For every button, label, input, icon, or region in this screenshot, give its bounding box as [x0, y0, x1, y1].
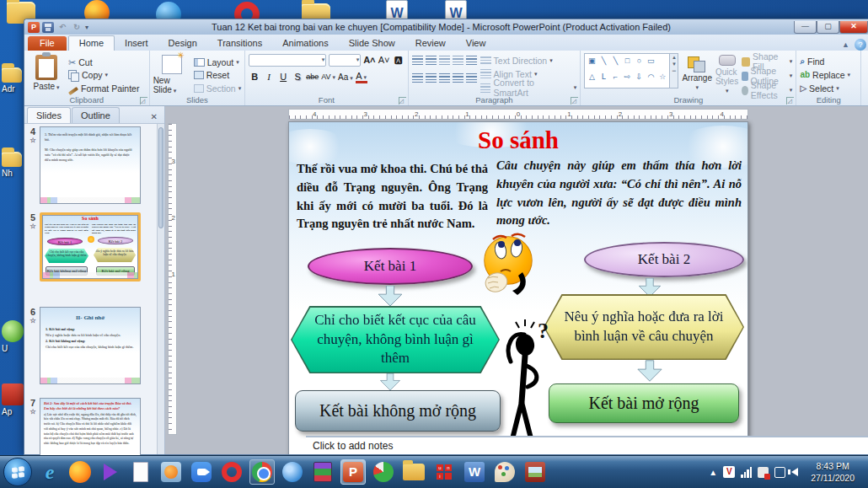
decrease-indent-icon[interactable]	[439, 56, 450, 65]
tab-outline[interactable]: Outline	[72, 107, 120, 123]
powerpoint-logo-icon[interactable]: P	[28, 22, 40, 33]
new-slide-button[interactable]: New Slide	[153, 53, 190, 94]
taskbar-zoom-icon[interactable]	[189, 459, 214, 485]
taskbar-opera-icon[interactable]	[219, 459, 244, 485]
taskbar-media-player-icon[interactable]	[158, 459, 184, 485]
slide-thumbnail-7[interactable]: 7☆ Bài 2: Sau đây là một số cách kết bài…	[26, 398, 141, 456]
close-button[interactable]: ✕	[839, 21, 868, 34]
align-center-icon[interactable]	[426, 73, 437, 83]
taskbar-coccoc-green-icon[interactable]	[371, 459, 396, 485]
character-spacing-button[interactable]: AV	[321, 71, 335, 83]
replace-button[interactable]: abReplace	[800, 68, 850, 81]
tab-slide-show[interactable]: Slide Show	[339, 36, 405, 51]
change-case-button[interactable]: Aa	[338, 71, 353, 83]
shrink-font-icon[interactable]: A˅	[378, 54, 390, 67]
shape-box-ketbai-khong-mo-rong[interactable]: Kết bài không mở rộng	[295, 390, 501, 432]
text-direction-button[interactable]: Text Direction	[480, 55, 577, 67]
tab-home[interactable]: Home	[68, 35, 115, 51]
taskbar-coccoc-icon[interactable]	[280, 459, 305, 485]
tab-insert[interactable]: Insert	[115, 36, 158, 51]
line-spacing-icon[interactable]	[466, 56, 477, 65]
bullets-icon[interactable]	[412, 56, 423, 65]
slide-left-paragraph[interactable]: Thế rồi vua mở khoa thi. Chú bé thả diều…	[297, 160, 488, 233]
desktop-folder-shortcut[interactable]: Nh	[2, 152, 22, 178]
slide-canvas[interactable]: So sánh Thế rồi vua mở khoa thi. Chú bé …	[288, 121, 748, 454]
tray-ultraviewer-icon[interactable]: V	[723, 466, 735, 478]
taskbar-internet-explorer-icon[interactable]: e	[37, 459, 62, 485]
tray-show-hidden-icons[interactable]: ▲	[709, 468, 717, 477]
format-painter-button[interactable]: Format Painter	[68, 83, 139, 94]
shape-oval-ketbai1[interactable]: Kết bài 1	[308, 248, 473, 285]
shape-hexagon-left[interactable]: Chỉ cho biết kết cục của câu chuyện, khô…	[291, 306, 500, 373]
taskbar-word-icon[interactable]: W	[462, 459, 487, 485]
font-color-button[interactable]: A	[356, 71, 367, 83]
slide-title[interactable]: So sánh	[289, 126, 747, 154]
select-button[interactable]: ▷Select	[800, 82, 850, 94]
tray-network-icon[interactable]	[741, 467, 752, 478]
tab-slides-thumbnails[interactable]: Slides	[27, 107, 71, 123]
save-icon[interactable]	[42, 22, 54, 33]
minimize-button[interactable]: —	[794, 21, 817, 34]
start-button[interactable]	[3, 458, 32, 486]
notes-pane[interactable]: Click to add notes	[306, 436, 868, 454]
taskbar-chrome-icon[interactable]	[249, 459, 275, 485]
align-right-icon[interactable]	[439, 73, 450, 83]
font-name-combo[interactable]	[249, 54, 326, 67]
clear-formatting-icon[interactable]: 🅰	[393, 54, 405, 67]
slide-thumbnail-5-selected[interactable]: 5☆ So sánh Thế rồi vua mở khoa thi. Chú …	[26, 212, 141, 282]
tab-transitions[interactable]: Transitions	[207, 36, 272, 51]
taskbar-notepad-icon[interactable]	[128, 459, 153, 485]
undo-icon[interactable]: ↶	[56, 22, 68, 33]
taskbar-unikey-icon[interactable]: uni	[431, 459, 457, 485]
horizontal-ruler[interactable]: 4 3 2 1 0 1 2 3 4	[288, 109, 748, 120]
tab-animations[interactable]: Animations	[272, 36, 338, 51]
taskbar-picture-manager-icon[interactable]	[522, 459, 548, 485]
align-left-icon[interactable]	[412, 73, 423, 83]
collapse-ribbon-icon[interactable]: ▲	[842, 40, 849, 49]
arrange-button[interactable]: Arrange	[682, 53, 712, 94]
bold-button[interactable]: B	[249, 71, 260, 83]
shape-oval-ketbai2[interactable]: Kết bài 2	[584, 242, 744, 277]
grow-font-icon[interactable]: A˄	[363, 54, 375, 67]
desktop-app-shortcut[interactable]: Ap	[2, 383, 24, 416]
cut-button[interactable]: ✂Cut	[68, 56, 139, 68]
panel-close-icon[interactable]: ✕	[147, 110, 161, 123]
shapes-scroll-icon[interactable]: ▲▼═	[670, 53, 678, 88]
paste-button[interactable]: Paste	[28, 53, 65, 94]
convert-smartart-button[interactable]: Convert to SmartArt	[480, 81, 577, 94]
tab-design[interactable]: Design	[158, 36, 207, 51]
quick-styles-button[interactable]: Quick Styles	[715, 53, 739, 94]
text-shadow-button[interactable]: S	[292, 71, 303, 83]
justify-icon[interactable]	[453, 73, 463, 83]
font-size-combo[interactable]	[329, 54, 361, 67]
taskbar-winrar-icon[interactable]	[310, 459, 335, 485]
tray-install-icon[interactable]	[774, 467, 785, 478]
desktop-app-shortcut[interactable]: U	[2, 320, 24, 353]
taskbar-kmplayer-icon[interactable]	[98, 459, 123, 485]
tab-file[interactable]: File	[28, 36, 67, 51]
copy-button[interactable]: Copy	[68, 69, 139, 81]
taskbar-clock[interactable]: 8:43 PM 27/11/2020	[804, 460, 861, 484]
redo-icon[interactable]: ↻	[71, 22, 83, 33]
shape-box-ketbai-mo-rong[interactable]: Kết bài mở rộng	[549, 383, 739, 423]
font-dialog-launcher-icon[interactable]: ◿	[399, 97, 406, 105]
reset-button[interactable]: Reset	[194, 69, 242, 81]
layout-button[interactable]: Layout	[194, 56, 242, 68]
desktop-folder-shortcut[interactable]: Adr	[2, 67, 22, 94]
shapes-gallery[interactable]: ▣╲╲□○▭ △𝖫⌐⇨⇩◠☆	[584, 53, 670, 88]
slide-thumbnail-6[interactable]: 6☆ II- Ghi nhớ 1. Kết bài mở rộng: Nêu ý…	[26, 307, 141, 384]
taskbar-explorer-folder-icon[interactable]	[401, 459, 426, 485]
slide-right-paragraph[interactable]: Câu chuyện này giúp em thấm thía hơn lời…	[496, 157, 742, 230]
slide-thumbnail-4[interactable]: 4☆ 3. Thêm vào mỗi truyện một lời đánh g…	[26, 126, 141, 204]
increase-indent-icon[interactable]	[453, 56, 463, 65]
tab-view[interactable]: View	[456, 36, 496, 51]
strikethrough-button[interactable]: abe	[306, 71, 319, 83]
taskbar-firefox-icon[interactable]	[67, 459, 93, 485]
taskbar-powerpoint-icon-active[interactable]: P	[340, 459, 366, 485]
tray-volume-icon[interactable]	[791, 468, 798, 476]
vertical-ruler[interactable]: 3 2 1	[168, 123, 177, 435]
maximize-button[interactable]: ▢	[817, 21, 839, 34]
find-button[interactable]: ⌕Find	[800, 55, 850, 67]
numbering-icon[interactable]	[426, 56, 437, 65]
tray-flag-icon[interactable]	[758, 467, 769, 478]
